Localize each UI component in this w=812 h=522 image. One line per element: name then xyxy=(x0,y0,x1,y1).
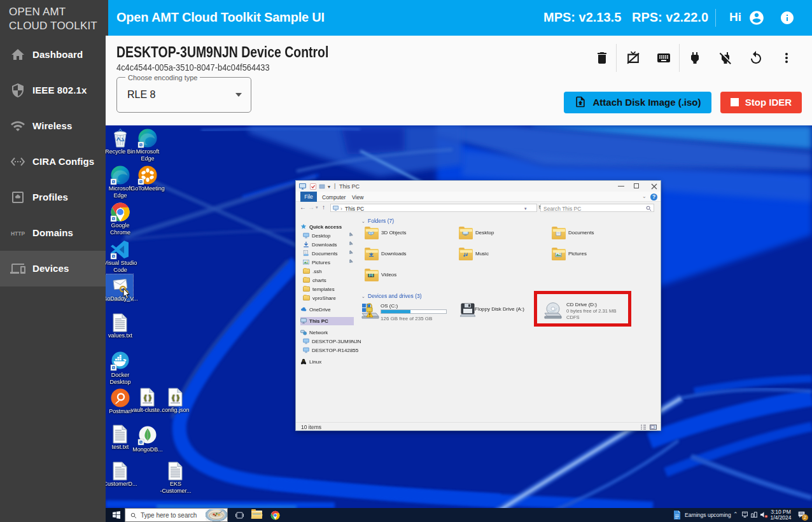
svg-text:HTTP: HTTP xyxy=(11,230,25,237)
svg-text:{ }: { } xyxy=(144,393,151,401)
svg-text:{ }: { } xyxy=(172,393,179,401)
